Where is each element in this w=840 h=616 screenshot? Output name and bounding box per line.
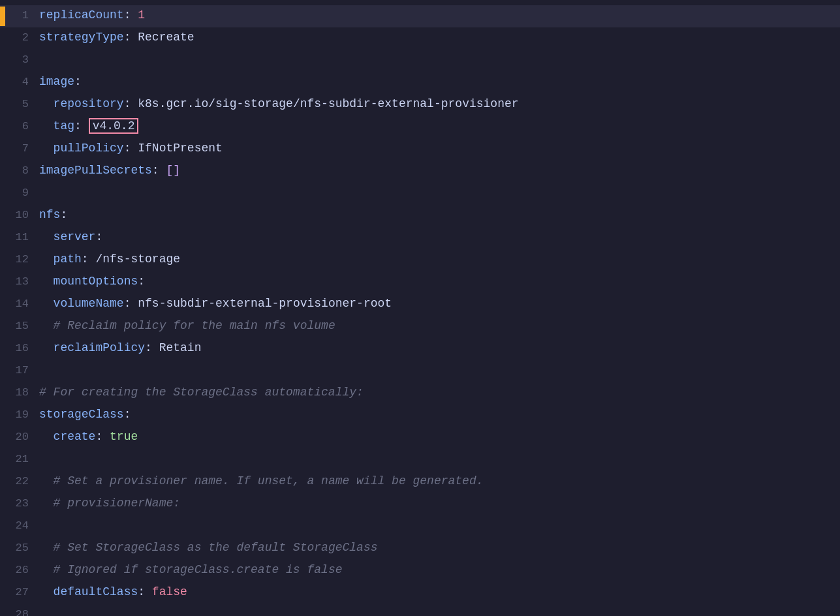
line-number: 1 [5, 9, 39, 22]
yaml-comment: # Set a provisioner name. If unset, a na… [54, 474, 484, 487]
line-content[interactable]: replicaCount: 1 [39, 7, 840, 24]
yaml-value-string: k8s.gcr.io/sig-storage/nfs-subdir-extern… [138, 97, 518, 110]
code-line-23: 23 # provisionerName: [0, 493, 840, 516]
line-content[interactable]: defaultClass: false [39, 583, 840, 601]
code-line-13: 13 mountOptions: [0, 271, 840, 294]
code-line-4: 4image: [0, 72, 840, 94]
line-number: 12 [5, 253, 39, 266]
code-line-12: 12 path: /nfs-storage [0, 249, 840, 271]
line-content[interactable]: mountOptions: [39, 273, 840, 290]
yaml-value-string: nfs-subdir-external-provisioner-root [138, 297, 392, 310]
line-number: 28 [5, 608, 39, 616]
yaml-value-string: Retain [159, 341, 202, 354]
line-number: 3 [5, 54, 39, 66]
line-number: 9 [5, 187, 39, 199]
code-line-27: 27 defaultClass: false [0, 582, 840, 604]
line-content[interactable] [39, 51, 840, 69]
yaml-value-string: Recreate [138, 31, 194, 44]
line-number: 2 [5, 31, 39, 44]
yaml-punctuation: : [124, 97, 138, 110]
yaml-key: defaultClass [54, 585, 138, 598]
yaml-key: path [54, 253, 82, 266]
line-number: 20 [5, 431, 39, 443]
code-line-24: 24 [0, 516, 840, 538]
yaml-punctuation: : [82, 253, 96, 266]
line-content[interactable]: pullPolicy: IfNotPresent [39, 140, 840, 157]
line-content[interactable]: volumeName: nfs-subdir-external-provisio… [39, 295, 840, 313]
line-number: 8 [5, 164, 39, 177]
line-number: 19 [5, 408, 39, 421]
line-content[interactable] [39, 606, 840, 616]
line-content[interactable]: nfs: [39, 206, 840, 224]
yaml-comment: # Ignored if storageClass.create is fals… [54, 563, 343, 576]
yaml-punctuation: : [74, 75, 82, 88]
line-number: 4 [5, 76, 39, 88]
yaml-key: tag [54, 119, 74, 132]
yaml-punctuation: : [124, 31, 138, 44]
yaml-punctuation: : [138, 585, 152, 598]
yaml-key: nfs [39, 208, 60, 221]
line-number: 16 [5, 342, 39, 354]
yaml-punctuation: : [60, 208, 67, 221]
yaml-punctuation: : [124, 408, 131, 421]
yaml-key: storageClass [39, 408, 124, 421]
line-content[interactable] [39, 450, 840, 468]
code-line-10: 10nfs: [0, 205, 840, 227]
line-content[interactable]: create: true [39, 428, 840, 446]
yaml-punctuation: : [145, 341, 159, 354]
yaml-value-string: /nfs-storage [95, 253, 180, 266]
yaml-punctuation: : [74, 119, 89, 132]
line-content[interactable]: storageClass: [39, 406, 840, 424]
line-content[interactable] [39, 184, 840, 202]
line-content[interactable]: # Ignored if storageClass.create is fals… [39, 561, 840, 579]
line-content[interactable]: # Reclaim policy for the main nfs volume [39, 317, 840, 335]
line-content[interactable]: tag: v4.0.2 [39, 117, 840, 135]
code-line-1: 1replicaCount: 1 [0, 5, 840, 27]
line-content[interactable]: repository: k8s.gcr.io/sig-storage/nfs-s… [39, 95, 840, 113]
line-number: 18 [5, 386, 39, 399]
yaml-key: strategyType [39, 31, 124, 44]
code-line-9: 9 [0, 183, 840, 205]
line-content[interactable]: server: [39, 228, 840, 246]
line-number: 11 [5, 231, 39, 243]
line-content[interactable]: # For creating the StorageClass automati… [39, 384, 840, 401]
line-number: 23 [5, 497, 39, 510]
gutter-marker [0, 7, 5, 26]
code-line-2: 2strategyType: Recreate [0, 27, 840, 50]
line-content[interactable]: imagePullSecrets: [] [39, 162, 840, 179]
code-line-18: 18# For creating the StorageClass automa… [0, 382, 840, 405]
yaml-key: pullPolicy [54, 142, 124, 155]
yaml-comment: # provisionerName: [54, 497, 180, 510]
yaml-key: imagePullSecrets [39, 164, 152, 177]
yaml-punctuation: : [138, 275, 145, 288]
line-number: 15 [5, 320, 39, 332]
line-content[interactable]: # provisionerName: [39, 495, 840, 512]
line-content[interactable]: image: [39, 73, 840, 91]
yaml-punctuation: : [124, 8, 138, 22]
line-content[interactable]: # Set StorageClass as the default Storag… [39, 539, 840, 557]
code-line-28: 28 [0, 604, 840, 616]
line-number: 17 [5, 364, 39, 377]
yaml-punctuation: : [95, 230, 102, 243]
code-line-8: 8imagePullSecrets: [] [0, 161, 840, 183]
line-content[interactable]: reclaimPolicy: Retain [39, 339, 840, 357]
yaml-key: repository [54, 97, 124, 110]
code-line-25: 25 # Set StorageClass as the default Sto… [0, 538, 840, 560]
code-line-22: 22 # Set a provisioner name. If unset, a… [0, 471, 840, 493]
yaml-value-string: IfNotPresent [138, 142, 223, 155]
line-number: 27 [5, 586, 39, 598]
yaml-value-false: false [152, 585, 187, 598]
line-number: 7 [5, 142, 39, 155]
line-content[interactable] [39, 517, 840, 534]
line-content[interactable]: path: /nfs-storage [39, 251, 840, 268]
line-content[interactable]: # Set a provisioner name. If unset, a na… [39, 472, 840, 490]
code-line-6: 6 tag: v4.0.2 [0, 116, 840, 138]
line-content[interactable]: strategyType: Recreate [39, 29, 840, 46]
line-content[interactable] [39, 362, 840, 379]
yaml-punctuation: : [152, 164, 166, 177]
code-line-5: 5 repository: k8s.gcr.io/sig-storage/nfs… [0, 94, 840, 116]
code-editor: 1replicaCount: 12strategyType: Recreate3… [0, 0, 840, 616]
yaml-comment: # For creating the StorageClass automati… [39, 386, 364, 399]
yaml-value-number: 1 [138, 8, 145, 22]
line-number: 24 [5, 519, 39, 532]
